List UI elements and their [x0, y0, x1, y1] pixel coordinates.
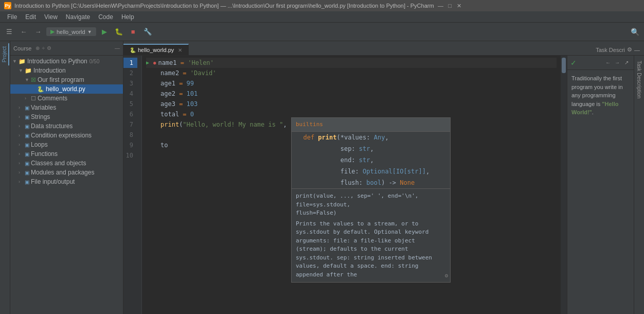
code-content[interactable]: ▶ ● name1 = 'Helen' name2 = [142, 56, 561, 314]
project-vtab[interactable]: Project [1, 43, 9, 65]
condition-expressions-label: Condition expressions [31, 132, 92, 139]
menu-code[interactable]: Code [94, 12, 117, 22]
close-button[interactable]: ✕ [456, 2, 463, 9]
data-structures-label: Data structures [31, 123, 73, 130]
settings-button[interactable]: 🔧 [141, 26, 154, 38]
tree-item-functions[interactable]: › ▣ Functions [10, 149, 123, 159]
tree-item-data-structures[interactable]: › ▣ Data structures [10, 121, 123, 131]
loops-label: Loops [31, 141, 48, 148]
ac-line-5: flush: bool) -> None [292, 177, 450, 188]
code-editor[interactable]: 1 2 3 4 5 6 7 8 9 10 ▶ [123, 56, 567, 314]
code-line-1: ▶ ● name1 = 'Helen' [146, 58, 557, 68]
menu-file[interactable]: File [3, 12, 21, 22]
file-io-label: File input/output [31, 178, 75, 185]
task-back-button[interactable]: ← [604, 59, 612, 67]
tree-item-our-first-program[interactable]: ▼ ☒ Our first program [10, 75, 123, 84]
course-gear[interactable]: ⚙ [47, 45, 51, 51]
variables-label: Variables [31, 104, 56, 111]
tree-item-strings[interactable]: › ▣ Strings [10, 112, 123, 121]
right-vtabs: Task Description [634, 56, 644, 314]
autocomplete-settings-icon[interactable]: ⚙ [444, 272, 448, 281]
project-label: Introduction to Python [27, 58, 87, 65]
menu-navigate[interactable]: Navigate [62, 12, 94, 22]
tab-close-button[interactable]: ✕ [178, 47, 182, 53]
tab-hello-world-label: hello_world.py [138, 47, 174, 53]
code-line-4: age2 = 101 [146, 89, 557, 99]
tab-hello-world[interactable]: 🐍 hello_world.py ✕ [123, 44, 189, 55]
autocomplete-popup[interactable]: builtins def print(*values: Any, sep: st… [291, 117, 451, 283]
classes-objects-label: Classes and objects [31, 160, 86, 167]
code-line-2: name2 = 'David' [146, 68, 557, 78]
left-vtabs: Project [0, 41, 10, 314]
task-gear-icon[interactable]: ⚙ [627, 46, 632, 53]
task-close-icon[interactable]: — [634, 47, 640, 53]
search-everywhere-button[interactable]: 🔍 [629, 26, 641, 38]
strings-label: Strings [31, 113, 50, 120]
tree-item-file-io[interactable]: › ▣ File input/output [10, 177, 123, 186]
task-description-panel: ✓ ← → ↗ Traditionally the first program … [567, 56, 634, 314]
hello-world-config[interactable]: ▶ hello_world ▼ [46, 27, 96, 36]
code-token: name2 [160, 68, 179, 78]
ac-line-2: sep: str, [292, 143, 450, 154]
task-you-write-text: you write [594, 84, 617, 90]
editor-task-right: Task Descri ⚙ — [592, 44, 644, 55]
code-token: "Hello, world! My name is " [183, 119, 283, 130]
menu-edit[interactable]: Edit [21, 12, 40, 22]
tree-item-loops[interactable]: › ▣ Loops [10, 140, 123, 149]
menu-help[interactable]: Help [117, 12, 138, 22]
code-token: age2 [160, 89, 175, 99]
run-button[interactable]: ▶ [98, 26, 111, 38]
sidebar-collapse[interactable]: — [115, 45, 120, 51]
tree-item-variables[interactable]: › ▣ Variables [10, 103, 123, 112]
code-token: = [179, 109, 190, 119]
scrollbar-thumb[interactable] [562, 58, 566, 73]
tree-item-condition-expressions[interactable]: › ▣ Condition expressions [10, 131, 123, 140]
code-token: = [179, 68, 190, 78]
task-description-vtab[interactable]: Task Description [635, 58, 643, 101]
code-token: print [160, 119, 179, 130]
minimize-button[interactable]: — [437, 2, 444, 9]
app-icon: Py [4, 2, 11, 9]
course-settings[interactable]: ⊕ [35, 45, 40, 51]
tree-item-project[interactable]: ▼ 📁 Introduction to Python 0/50 [10, 57, 123, 66]
task-forward-button[interactable]: → [613, 59, 621, 67]
tree-item-modules-packages[interactable]: › ▣ Modules and packages [10, 168, 123, 177]
ac-line-4: file: Optional[IO[str]], [292, 166, 450, 177]
editor-scrollbar[interactable] [561, 56, 567, 314]
error-indicator-1: ● [153, 58, 156, 68]
hello-world-quote: "Hello World!" [571, 101, 618, 116]
hello-world-file-label: hello_world.py [46, 85, 85, 93]
task-expand-button[interactable]: ↗ [622, 59, 631, 67]
run-indicator-1[interactable]: ▶ [146, 58, 153, 68]
project-view-button[interactable]: ☰ [3, 26, 15, 38]
forward-button[interactable]: → [32, 26, 44, 38]
tree-item-introduction[interactable]: ▼ 📁 Introduction [10, 66, 123, 75]
editor-tabs-bar: 🐍 hello_world.py ✕ Task Descri ⚙ — [123, 41, 644, 56]
code-token: 99 [187, 78, 194, 89]
code-token: to [160, 140, 168, 150]
code-token: = [177, 58, 188, 68]
autocomplete-header: builtins [292, 118, 450, 132]
course-divide[interactable]: ÷ [42, 45, 45, 51]
title-text: Introduction to Python [C:\Users\HelenW\… [14, 3, 434, 9]
autocomplete-description: print(value, ..., sep=' ', end='\n', fil… [292, 188, 450, 282]
maximize-button[interactable]: □ [446, 2, 454, 9]
code-token: ( [179, 119, 183, 130]
window-controls[interactable]: — □ ✕ [437, 2, 463, 9]
back-button[interactable]: ← [17, 26, 30, 38]
ac-line-1: def print(*values: Any, [292, 132, 450, 143]
tree-item-comments[interactable]: › ☐ Comments [10, 94, 123, 103]
tree-item-classes-objects[interactable]: › ▣ Classes and objects [10, 159, 123, 168]
comments-label: Comments [38, 95, 67, 102]
menu-view[interactable]: View [40, 12, 62, 22]
ac-line-3: end: str, [292, 154, 450, 166]
task-description-label: Task Descri [596, 47, 625, 53]
stop-button[interactable]: ■ [127, 26, 139, 38]
debug-button[interactable]: 🐛 [113, 26, 125, 38]
spacer-2 [146, 68, 153, 78]
tree-item-hello-world-file[interactable]: 🐍 hello_world.py [10, 84, 123, 94]
toolbar: ☰ ← → ▶ hello_world ▼ ▶ 🐛 ■ 🔧 🔍 [0, 23, 644, 41]
code-token: name1 [158, 58, 176, 68]
code-token: 101 [187, 89, 198, 99]
code-token: 'Helen' [188, 58, 214, 68]
